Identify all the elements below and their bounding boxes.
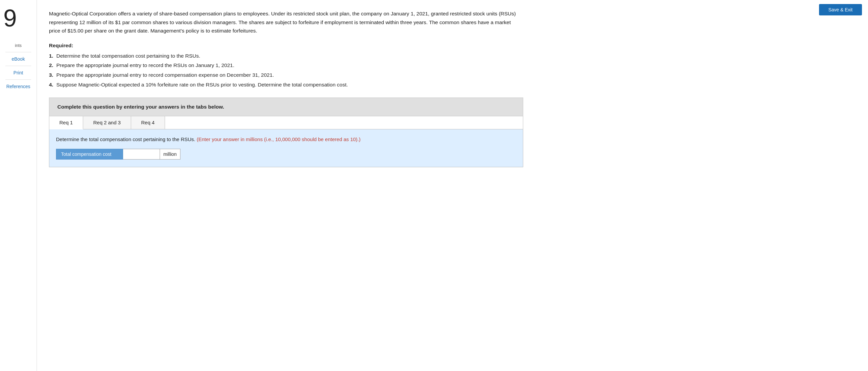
tabs-header: Req 1 Req 2 and 3 Req 4: [49, 116, 523, 129]
answer-label: Total compensation cost: [56, 149, 123, 160]
tab-instruction: Determine the total compensation cost pe…: [56, 135, 516, 143]
tab-req4-label: Req 4: [141, 120, 155, 125]
answer-unit: million: [160, 149, 181, 160]
complete-box: Complete this question by entering your …: [49, 98, 523, 116]
answer-row: Total compensation cost million: [56, 149, 516, 160]
required-item-1: 1. Determine the total compensation cost…: [49, 51, 523, 61]
sidebar-label-ints: ints: [15, 41, 22, 49]
sidebar-link-ebook[interactable]: eBook: [12, 55, 25, 63]
tab-req2and3-label: Req 2 and 3: [93, 120, 121, 125]
tab-req2and3[interactable]: Req 2 and 3: [83, 116, 131, 129]
sidebar: 9 ints eBook Print References: [0, 0, 37, 371]
sidebar-link-print[interactable]: Print: [13, 69, 23, 77]
required-section: Required: 1. Determine the total compens…: [49, 42, 523, 90]
tab-req1[interactable]: Req 1: [49, 116, 83, 129]
req-num-4: 4.: [49, 80, 54, 90]
main-content: Magnetic-Optical Corporation offers a va…: [37, 0, 540, 371]
required-title: Required:: [49, 42, 523, 48]
req-text-1: Determine the total compensation cost pe…: [56, 51, 200, 61]
tab-instruction-text: Determine the total compensation cost pe…: [56, 136, 195, 142]
req-text-3: Prepare the appropriate journal entry to…: [56, 70, 274, 80]
answer-input[interactable]: [123, 149, 160, 160]
tabs-container: Req 1 Req 2 and 3 Req 4 Determine the to…: [49, 116, 523, 167]
req-num-2: 2.: [49, 61, 54, 70]
save-exit-button[interactable]: Save & Exit: [819, 4, 862, 15]
question-number: 9: [0, 6, 17, 30]
sidebar-divider-1: [5, 52, 31, 52]
tab-req4[interactable]: Req 4: [131, 116, 165, 129]
req-text-2: Prepare the appropriate journal entry to…: [56, 61, 235, 70]
problem-text: Magnetic-Optical Corporation offers a va…: [49, 9, 523, 35]
complete-box-text: Complete this question by entering your …: [57, 104, 224, 110]
required-list: 1. Determine the total compensation cost…: [49, 51, 523, 90]
req-num-1: 1.: [49, 51, 54, 61]
req-text-4: Suppose Magnetic-Optical expected a 10% …: [56, 80, 348, 90]
sidebar-link-references[interactable]: References: [6, 82, 31, 91]
required-item-3: 3. Prepare the appropriate journal entry…: [49, 70, 523, 80]
req-num-3: 3.: [49, 70, 54, 80]
tab-req1-label: Req 1: [59, 120, 73, 125]
sidebar-divider-3: [5, 79, 31, 80]
sidebar-divider-2: [5, 66, 31, 66]
tab-note: (Enter your answer in millions (i.e., 10…: [196, 136, 361, 142]
tab-content-req1: Determine the total compensation cost pe…: [49, 129, 523, 167]
required-item-4: 4. Suppose Magnetic-Optical expected a 1…: [49, 80, 523, 90]
required-item-2: 2. Prepare the appropriate journal entry…: [49, 61, 523, 70]
